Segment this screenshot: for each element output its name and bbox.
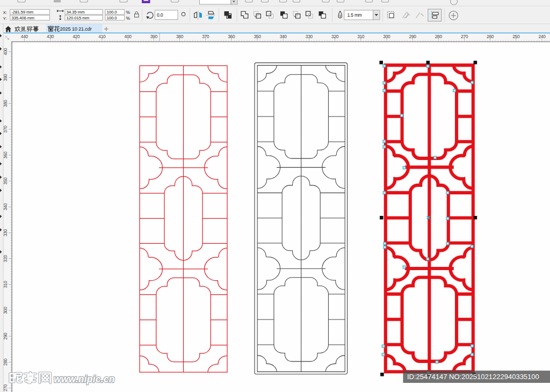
- svg-text:100.0: 100.0: [107, 10, 118, 14]
- svg-text:440: 440: [21, 34, 28, 39]
- svg-text:290: 290: [3, 332, 8, 340]
- svg-text:340: 340: [3, 203, 8, 210]
- svg-text:260: 260: [487, 34, 494, 39]
- svg-text:340: 340: [280, 34, 287, 39]
- svg-text:380: 380: [176, 34, 184, 39]
- svg-text:120.015 mm: 120.015 mm: [67, 16, 90, 20]
- svg-text:0.0: 0.0: [157, 12, 163, 18]
- svg-text:300: 300: [3, 307, 8, 314]
- svg-text:34.35 mm: 34.35 mm: [67, 10, 85, 14]
- svg-text:390: 390: [150, 34, 158, 39]
- svg-text:X:: X:: [3, 10, 8, 15]
- svg-text:330: 330: [3, 229, 8, 236]
- svg-text:410: 410: [98, 34, 106, 39]
- svg-text:370: 370: [202, 34, 209, 39]
- svg-text:300: 300: [383, 34, 390, 39]
- svg-text:2025 10 21.cdr: 2025 10 21.cdr: [60, 26, 92, 32]
- svg-text:250: 250: [512, 34, 520, 39]
- svg-text:ID:25474147 NO:202510212229403: ID:25474147 NO:20251021222940335100: [407, 373, 539, 381]
- svg-text:310: 310: [3, 281, 8, 288]
- svg-text:330: 330: [306, 34, 313, 39]
- svg-text:270: 270: [461, 34, 468, 39]
- svg-text:310: 310: [357, 34, 365, 39]
- svg-text:370: 370: [3, 126, 8, 133]
- svg-text:360: 360: [228, 34, 235, 39]
- svg-text:-281.59 mm: -281.59 mm: [11, 10, 33, 14]
- svg-text:360: 360: [3, 151, 8, 159]
- svg-text:390: 390: [3, 74, 8, 81]
- svg-text:420: 420: [73, 34, 80, 39]
- svg-text:400: 400: [3, 48, 8, 55]
- svg-text:280: 280: [435, 34, 443, 39]
- svg-text:%: %: [126, 16, 131, 21]
- svg-text:240: 240: [538, 34, 546, 39]
- svg-text:400: 400: [125, 34, 132, 39]
- svg-text:350: 350: [3, 177, 8, 185]
- svg-text:280: 280: [3, 358, 8, 366]
- svg-text:430: 430: [47, 34, 54, 39]
- svg-text:350: 350: [254, 34, 261, 39]
- svg-text:290: 290: [409, 34, 417, 39]
- svg-text:100.0: 100.0: [107, 16, 118, 20]
- svg-text:270: 270: [3, 384, 8, 391]
- svg-text:%: %: [126, 10, 131, 15]
- svg-text:380: 380: [3, 99, 8, 107]
- svg-text:320: 320: [331, 34, 339, 39]
- svg-text:Y:: Y:: [3, 16, 7, 21]
- svg-text:1.5 mm: 1.5 mm: [348, 12, 362, 18]
- svg-text:335.406 mm: 335.406 mm: [11, 16, 34, 20]
- svg-text:320: 320: [3, 255, 8, 262]
- svg-text:www.nipic.cn: www.nipic.cn: [54, 374, 115, 384]
